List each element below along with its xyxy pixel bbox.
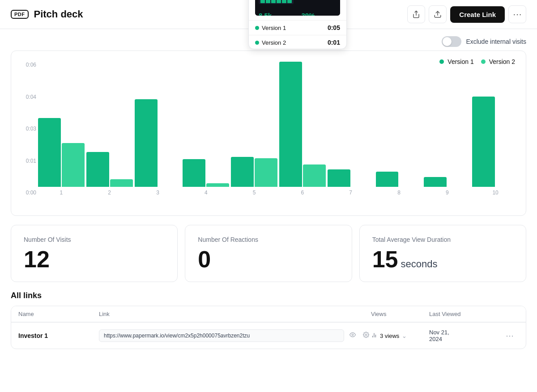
- col-name: Name: [18, 311, 99, 317]
- col-views: Views: [371, 311, 429, 317]
- visits-label: Number Of Visits: [24, 236, 165, 243]
- bar-group-8: [376, 172, 422, 187]
- tooltip-v1-value: 0:05: [328, 24, 340, 31]
- row-last-viewed: Nov 21,2024: [429, 329, 501, 342]
- row-views-count: 3 views: [380, 333, 399, 339]
- bar-v1-5: [231, 157, 254, 187]
- x-axis: 1 2 3 4 5 6 7 8 9 10: [38, 187, 519, 196]
- bar-v1-3: [135, 99, 158, 187]
- table-header: Name Link Views Last Viewed: [11, 306, 526, 322]
- row-name: Investor 1: [18, 332, 99, 339]
- duration-unit: seconds: [401, 258, 438, 270]
- more-options-button[interactable]: ⋯: [508, 5, 526, 23]
- svg-point-2: [352, 334, 354, 336]
- bar-group-1: [38, 118, 85, 187]
- row-link-url[interactable]: https://www.papermark.io/view/cm2x5p2h00…: [99, 329, 344, 342]
- tooltip-v2-value: 0:01: [328, 39, 340, 46]
- visits-value: 12: [24, 248, 165, 271]
- tooltip-v1-dot: [255, 26, 259, 30]
- row-link-cell: https://www.papermark.io/view/cm2x5p2h00…: [99, 329, 371, 342]
- duration-label: Total Average View Duration: [372, 236, 513, 243]
- chart-tooltip: Page 6 2.9k monthly active users (MAU): [248, 0, 347, 49]
- bar-v1-8: [376, 172, 399, 187]
- all-links-section: All links Name Link Views Last Viewed In…: [11, 291, 526, 349]
- tooltip-divider-1: [249, 20, 346, 21]
- dark-preview: 2.9k monthly active users (MAU): [255, 0, 340, 16]
- dp-chart: [259, 0, 294, 4]
- tooltip-row-v2: Version 2 0:01: [249, 36, 346, 49]
- all-links-title: All links: [11, 291, 526, 300]
- duration-value: 15seconds: [372, 248, 513, 271]
- row-more-button[interactable]: ⋯: [501, 331, 519, 341]
- bar-v1-7: [328, 169, 350, 187]
- tooltip-thumbnail-wrap: 2.9k monthly active users (MAU): [249, 0, 346, 19]
- bar-v2-2: [110, 179, 133, 187]
- exclude-internal-toggle[interactable]: [442, 36, 461, 47]
- col-link: Link: [99, 311, 371, 317]
- copy-link-button[interactable]: [348, 330, 358, 341]
- bar-group-7: [328, 169, 374, 187]
- bar-v1-2: [86, 152, 109, 187]
- toggle-knob: [443, 37, 452, 46]
- tooltip-row-v1: Version 1 0:05: [249, 21, 346, 34]
- stat-card-reactions: Number Of Reactions 0: [185, 225, 352, 282]
- bar-v2-5: [255, 158, 277, 187]
- links-table: Name Link Views Last Viewed Investor 1 h…: [11, 306, 526, 349]
- reactions-value: 0: [198, 248, 339, 271]
- exclude-internal-label: Exclude internal visits: [466, 38, 526, 45]
- bar-v1-10: [472, 97, 495, 187]
- y-axis: 0:06 0:04 0:03 0:01 0:00: [18, 62, 36, 208]
- dp-cell-mrr: 39% MRR growth: [298, 8, 340, 16]
- svg-point-3: [365, 334, 367, 336]
- views-bar-icon: [371, 332, 377, 340]
- header-actions: Create Link ⋯: [407, 5, 526, 23]
- pdf-badge: PDF: [11, 10, 29, 19]
- share-icon-button[interactable]: [407, 5, 425, 23]
- table-row: Investor 1 https://www.papermark.io/view…: [11, 322, 526, 349]
- bar-v2-1: [62, 143, 85, 187]
- create-link-button[interactable]: Create Link: [450, 6, 505, 23]
- chart-bars: Page 6 2.9k monthly active users (MAU): [38, 62, 519, 187]
- col-last-viewed: Last Viewed: [429, 311, 501, 317]
- bar-group-4: [183, 159, 229, 187]
- stats-row: Number Of Visits 12 Number Of Reactions …: [11, 225, 526, 282]
- col-actions: [501, 311, 519, 317]
- chevron-down-icon: ⌄: [402, 333, 407, 339]
- chart-container: Version 1 Version 2 0:06 0:04 0:03 0:01 …: [11, 51, 526, 216]
- reactions-label: Number Of Reactions: [198, 236, 339, 243]
- link-settings-button[interactable]: [361, 330, 371, 341]
- bar-group-3: [135, 99, 181, 187]
- tooltip-thumbnail: 2.9k monthly active users (MAU): [255, 0, 340, 16]
- bar-v1-1: [38, 118, 61, 187]
- bar-v1-6: [279, 62, 302, 187]
- bar-v1-4: [183, 159, 205, 187]
- row-views[interactable]: 3 views ⌄: [371, 332, 429, 340]
- bar-group-10: [472, 97, 519, 187]
- bar-v1-9: [424, 177, 447, 187]
- bar-group-5: [231, 157, 277, 187]
- bar-group-6[interactable]: [279, 62, 326, 187]
- bar-group-9: [424, 177, 470, 187]
- upload-icon-button[interactable]: [429, 5, 447, 23]
- bar-group-2: [86, 152, 133, 187]
- tooltip-v2-dot: [255, 41, 259, 45]
- dp-cell-links: 8.5k links viewed: [255, 8, 298, 16]
- bar-v2-6: [303, 164, 326, 187]
- stat-card-visits: Number Of Visits 12: [11, 225, 178, 282]
- dp-cell-docs: 751 documents created: [298, 0, 340, 8]
- dp-cell-mau: 2.9k monthly active users (MAU): [255, 0, 298, 8]
- tooltip-divider-2: [249, 35, 346, 35]
- stat-card-duration: Total Average View Duration 15seconds: [359, 225, 526, 282]
- bar-v2-4: [206, 183, 229, 187]
